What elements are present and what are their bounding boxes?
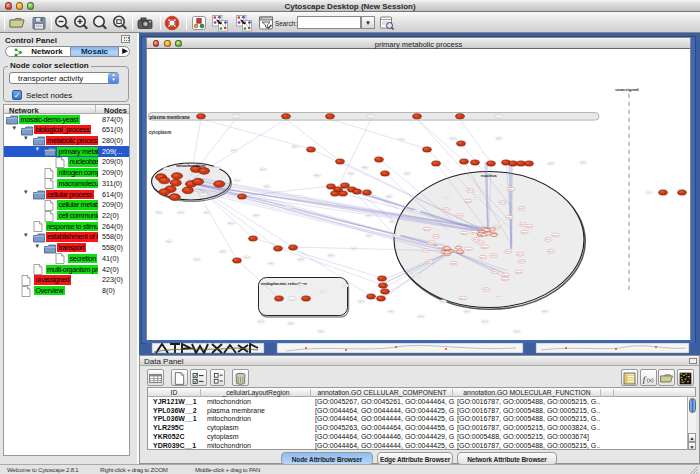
svg-text:[lab-l]: [lab-l]: [404, 172, 410, 174]
svg-text:[nn-l]: [nn-l]: [443, 208, 449, 211]
svg-text:[lab-l]: [lab-l]: [258, 320, 264, 322]
svg-text:[lab-l]: [lab-l]: [314, 174, 320, 176]
svg-text:[lab-l]: [lab-l]: [166, 240, 172, 242]
svg-text:[lab-l]: [lab-l]: [414, 210, 420, 212]
svg-text:[nn-l]: [nn-l]: [433, 235, 439, 238]
svg-text:[lab-l]: [lab-l]: [204, 211, 210, 213]
svg-text:[nn-l]: [nn-l]: [466, 247, 472, 250]
svg-text:[lab-l]: [lab-l]: [450, 137, 456, 139]
svg-text:[lab-l]: [lab-l]: [398, 138, 404, 140]
svg-text:cytoplasm: cytoplasm: [149, 130, 172, 135]
svg-text:[nn-l]: [nn-l]: [429, 241, 435, 244]
svg-text:[nn-l]: [nn-l]: [424, 228, 430, 231]
svg-text:[lab-l]: [lab-l]: [444, 196, 450, 198]
svg-text:[lab-l]: [lab-l]: [414, 274, 420, 276]
svg-text:[u-l]: [u-l]: [647, 191, 651, 193]
svg-text:[nn-l]: [nn-l]: [509, 188, 515, 191]
svg-text:nucleus: nucleus: [481, 172, 497, 177]
svg-text:[..]: [..]: [498, 115, 501, 117]
svg-text:[lab-l]: [lab-l]: [366, 234, 372, 236]
svg-text:[lab-l]: [lab-l]: [496, 137, 502, 139]
svg-text:[lab-l]: [lab-l]: [288, 322, 294, 324]
svg-text:[lab-l]: [lab-l]: [286, 205, 292, 207]
svg-text:[lab-l]: [lab-l]: [260, 168, 266, 170]
svg-text:[nn-l]: [nn-l]: [480, 256, 486, 259]
svg-text:[lab-l]: [lab-l]: [268, 262, 274, 264]
svg-text:[..]: [..]: [291, 297, 294, 299]
svg-text:[nn-l]: [nn-l]: [519, 207, 525, 210]
svg-text:[nn-l]: [nn-l]: [491, 254, 497, 257]
svg-text:[nn-l]: [nn-l]: [465, 199, 471, 202]
svg-text:[lab-l]: [lab-l]: [318, 330, 324, 332]
svg-text:[nn-l]: [nn-l]: [505, 250, 511, 253]
svg-text:[lab-l]: [lab-l]: [348, 172, 354, 174]
svg-text:[m-l]: [m-l]: [202, 193, 207, 195]
svg-text:[lab-l]: [lab-l]: [388, 310, 394, 312]
svg-text:[lab-l]: [lab-l]: [298, 284, 304, 286]
svg-text:[..]: [..]: [370, 115, 373, 117]
svg-text:[nn-l]: [nn-l]: [503, 273, 509, 276]
svg-text:[lab-l]: [lab-l]: [440, 300, 446, 302]
svg-text:[lab-l]: [lab-l]: [351, 247, 357, 249]
svg-text:[lab-l]: [lab-l]: [358, 300, 364, 302]
svg-text:[lab-l]: [lab-l]: [542, 310, 548, 312]
svg-text:[nn-l]: [nn-l]: [516, 270, 522, 273]
svg-text:[nn-l]: [nn-l]: [500, 201, 506, 204]
svg-text:[lab-l]: [lab-l]: [328, 254, 334, 256]
svg-text:[nn-l]: [nn-l]: [460, 296, 466, 299]
svg-text:[lab-l]: [lab-l]: [390, 220, 396, 222]
svg-text:[nn-l]: [nn-l]: [457, 214, 463, 217]
svg-text:[lab-l]: [lab-l]: [418, 315, 424, 317]
svg-text:[lab-l]: [lab-l]: [292, 145, 298, 147]
svg-text:[nn-l]: [nn-l]: [478, 241, 484, 244]
svg-text:[lab-l]: [lab-l]: [228, 222, 234, 224]
svg-text:[lab-l]: [lab-l]: [548, 162, 554, 164]
svg-text:[lab-l]: [lab-l]: [194, 258, 200, 260]
svg-text:[lab-l]: [lab-l]: [244, 256, 250, 258]
svg-text:plasma membrane: plasma membrane: [150, 114, 191, 119]
svg-text:[nn-l]: [nn-l]: [461, 231, 467, 234]
svg-text:[nn-l]: [nn-l]: [526, 225, 532, 228]
svg-text:[lab-l]: [lab-l]: [580, 161, 586, 163]
svg-text:[lab-l]: [lab-l]: [474, 196, 480, 198]
svg-text:[nn-l]: [nn-l]: [482, 245, 488, 248]
svg-text:[nn-l]: [nn-l]: [423, 249, 429, 252]
svg-text:[nn-l]: [nn-l]: [483, 288, 489, 291]
svg-text:[m-l]: [m-l]: [165, 167, 170, 169]
svg-text:[lab-l]: [lab-l]: [464, 310, 470, 312]
svg-text:[nn-l]: [nn-l]: [522, 231, 528, 234]
svg-text:[lab-l]: [lab-l]: [386, 195, 392, 197]
svg-text:[lab-l]: [lab-l]: [320, 290, 326, 292]
svg-text:[lab-l]: [lab-l]: [234, 179, 240, 181]
svg-text:[nn-l]: [nn-l]: [467, 189, 473, 192]
svg-text:[lab-l]: [lab-l]: [482, 320, 488, 322]
svg-text:[lab-l]: [lab-l]: [514, 330, 520, 332]
svg-text:[lab-l]: [lab-l]: [394, 234, 400, 236]
svg-text:[nn-l]: [nn-l]: [545, 238, 551, 241]
svg-text:[lab-l]: [lab-l]: [253, 214, 259, 216]
svg-text:[nn-l]: [nn-l]: [519, 260, 525, 263]
svg-text:[nn-l]: [nn-l]: [451, 262, 457, 265]
svg-text:[nn-l]: [nn-l]: [553, 233, 559, 236]
svg-text:[lab-l]: [lab-l]: [342, 284, 348, 286]
svg-text:[lab-l]: [lab-l]: [298, 196, 304, 198]
svg-text:[lab-l]: [lab-l]: [214, 166, 220, 168]
svg-text:[nn-l]: [nn-l]: [507, 216, 513, 219]
svg-text:[nn-l]: [nn-l]: [517, 253, 523, 256]
svg-text:mitochondrion: mitochondrion: [176, 162, 206, 167]
svg-text:[lab-l]: [lab-l]: [366, 214, 372, 216]
svg-text:[lab-l]: [lab-l]: [298, 258, 304, 260]
svg-text:[nn-l]: [nn-l]: [492, 270, 498, 273]
svg-text:[lab-l]: [lab-l]: [156, 211, 162, 213]
svg-text:[lab-l]: [lab-l]: [362, 166, 368, 168]
svg-text:[lab-l]: [lab-l]: [496, 295, 502, 297]
svg-text:[lab-l]: [lab-l]: [231, 149, 237, 151]
svg-text:[nn-l]: [nn-l]: [472, 231, 478, 234]
svg-text:[lab-l]: [lab-l]: [264, 185, 270, 187]
svg-text:(x): (x): [647, 376, 654, 382]
svg-text:unassigned: unassigned: [615, 87, 639, 92]
svg-text:[lab-l]: [lab-l]: [220, 250, 226, 252]
svg-text:[lab-l]: [lab-l]: [178, 211, 184, 213]
svg-text:[nn-l]: [nn-l]: [548, 250, 554, 253]
svg-text:[nn-l]: [nn-l]: [502, 277, 508, 280]
